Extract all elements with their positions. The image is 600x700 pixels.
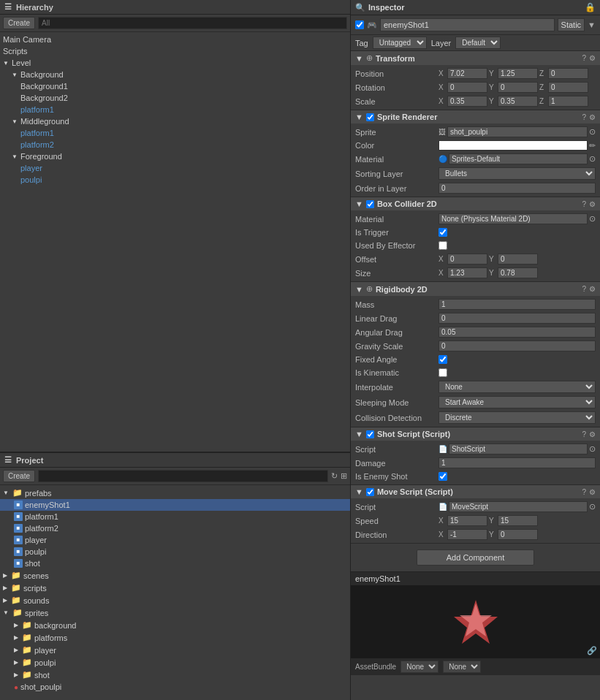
scale-z-field[interactable] [548, 96, 588, 107]
project-create-button[interactable]: Create [3, 470, 35, 482]
project-refresh-icon[interactable]: ↻ [331, 471, 338, 481]
sprite-renderer-header[interactable]: ▼ Sprite Renderer ? ⚙ [351, 110, 600, 123]
move-script-help-icon[interactable]: ? [582, 488, 586, 496]
transform-settings-icon[interactable]: ⚙ [589, 54, 596, 62]
tree-item-background2[interactable]: Background2 [0, 92, 350, 104]
proj-folder-shot[interactable]: ▶📁 shot [0, 669, 350, 681]
position-z-field[interactable] [548, 68, 588, 79]
proj-folder-platforms[interactable]: ▶📁 platforms [0, 631, 350, 644]
collision-detection-dropdown[interactable]: Discrete [438, 411, 596, 424]
color-field[interactable] [438, 140, 588, 151]
proj-item-enemyshot1[interactable]: ■ enemyShot1 [0, 499, 350, 511]
proj-item-poulpi-prefab[interactable]: ■ poulpi [0, 546, 350, 558]
tree-item-background[interactable]: ▼Background [0, 69, 350, 80]
add-component-button[interactable]: Add Component [417, 549, 535, 566]
scale-x-field[interactable] [447, 96, 487, 107]
box-collider-header[interactable]: ▼ Box Collider 2D ? ⚙ [351, 197, 600, 210]
proj-folder-prefabs[interactable]: ▼📁 prefabs [0, 487, 350, 499]
proj-item-player-prefab[interactable]: ■ player [0, 534, 350, 546]
layer-dropdown[interactable]: Default [455, 37, 501, 49]
box-collider-help-icon[interactable]: ? [582, 200, 586, 208]
position-x-field[interactable] [447, 68, 487, 79]
proj-folder-sounds[interactable]: ▶📁 sounds [0, 594, 350, 606]
offset-y-field[interactable] [498, 254, 538, 265]
transform-header[interactable]: ▼ ⊕ Transform ? ⚙ [351, 51, 600, 65]
material-picker-icon[interactable]: ⊙ [589, 154, 596, 164]
tree-item-platform1-bg[interactable]: platform1 [0, 104, 350, 115]
fixed-angle-checkbox[interactable] [438, 355, 447, 364]
shot-script-header[interactable]: ▼ Shot Script (Script) ? ⚙ [351, 427, 600, 441]
proj-item-shot-prefab[interactable]: ■ shot [0, 558, 350, 569]
offset-x-field[interactable] [447, 254, 487, 265]
proj-folder-sprites[interactable]: ▼📁 sprites [0, 606, 350, 619]
sprite-renderer-help-icon[interactable]: ? [582, 113, 586, 121]
position-y-field[interactable] [498, 68, 538, 79]
tree-item-foreground[interactable]: ▼Foreground [0, 151, 350, 162]
sorting-layer-dropdown[interactable]: Bullets [438, 167, 596, 180]
interpolate-dropdown[interactable]: None [438, 381, 596, 393]
static-button[interactable]: Static [558, 18, 585, 31]
is-kinematic-checkbox[interactable] [438, 368, 447, 377]
color-picker-icon[interactable]: ✏ [589, 141, 596, 151]
transform-help-icon[interactable]: ? [582, 54, 586, 62]
tree-item-level[interactable]: ▼Level [0, 57, 350, 69]
rotation-z-field[interactable] [548, 82, 588, 93]
object-name-field[interactable] [380, 18, 555, 31]
proj-item-platform1[interactable]: ■ platform1 [0, 511, 350, 522]
size-x-field[interactable] [447, 267, 487, 278]
project-search-input[interactable] [38, 470, 328, 482]
rotation-y-field[interactable] [498, 82, 538, 93]
angular-drag-field[interactable] [438, 327, 596, 338]
move-script-picker-icon[interactable]: ⊙ [589, 502, 596, 511]
order-in-layer-field[interactable] [438, 183, 596, 194]
box-collider-enabled-checkbox[interactable] [366, 200, 374, 208]
shot-script-enabled-checkbox[interactable] [366, 430, 374, 438]
bc-material-picker-icon[interactable]: ⊙ [589, 214, 596, 224]
proj-folder-player[interactable]: ▶📁 player [0, 644, 350, 656]
tree-item-scripts[interactable]: Scripts [0, 45, 350, 57]
rotation-x-field[interactable] [447, 82, 487, 93]
sprite-picker-icon[interactable]: ⊙ [589, 127, 596, 137]
move-script-enabled-checkbox[interactable] [366, 488, 374, 496]
size-y-field[interactable] [498, 267, 538, 278]
box-collider-settings-icon[interactable]: ⚙ [589, 200, 596, 208]
static-dropdown-icon[interactable]: ▼ [588, 20, 596, 29]
mass-field[interactable] [438, 299, 596, 310]
proj-folder-poulpi[interactable]: ▶📁 poulpi [0, 656, 350, 669]
rigidbody-header[interactable]: ▼ ⊕ Rigidbody 2D ? ⚙ [351, 282, 600, 296]
move-script-header[interactable]: ▼ Move Script (Script) ? ⚙ [351, 485, 600, 498]
direction-x-field[interactable] [447, 529, 487, 540]
inspector-lock-icon[interactable]: 🔒 [585, 2, 596, 12]
preview-corner-icon[interactable]: 🔗 [587, 646, 597, 655]
direction-y-field[interactable] [498, 529, 538, 540]
damage-field[interactable] [438, 457, 596, 468]
hierarchy-create-button[interactable]: Create [3, 17, 35, 29]
move-script-settings-icon[interactable]: ⚙ [589, 488, 596, 496]
gravity-scale-field[interactable] [438, 341, 596, 351]
tag-dropdown[interactable]: Untagged [373, 37, 427, 49]
sprite-renderer-settings-icon[interactable]: ⚙ [589, 113, 596, 121]
proj-folder-scenes[interactable]: ▶📁 scenes [0, 569, 350, 582]
asset-bundle-variant-dropdown[interactable]: None [443, 661, 481, 673]
move-script-script-field[interactable] [449, 501, 588, 512]
asset-bundle-dropdown[interactable]: None [400, 661, 438, 673]
speed-x-field[interactable] [447, 515, 487, 526]
sprite-field[interactable] [447, 126, 588, 137]
rigidbody-help-icon[interactable]: ? [582, 285, 586, 293]
linear-drag-field[interactable] [438, 313, 596, 324]
hierarchy-search-input[interactable] [38, 17, 347, 29]
material-field[interactable] [449, 153, 588, 164]
proj-folder-background[interactable]: ▶📁 background [0, 619, 350, 631]
tree-item-middleground[interactable]: ▼Middleground [0, 115, 350, 127]
tree-item-main-camera[interactable]: Main Camera [0, 34, 350, 45]
sleeping-mode-dropdown[interactable]: Start Awake [438, 396, 596, 408]
proj-item-platform2[interactable]: ■ platform2 [0, 522, 350, 534]
shot-script-help-icon[interactable]: ? [582, 430, 586, 438]
is-enemy-shot-checkbox[interactable] [438, 472, 447, 481]
tree-item-platform2-mid[interactable]: platform2 [0, 139, 350, 151]
speed-y-field[interactable] [498, 515, 538, 526]
scale-y-field[interactable] [498, 96, 538, 107]
tree-item-player[interactable]: player [0, 162, 350, 174]
shot-script-picker-icon[interactable]: ⊙ [589, 444, 596, 454]
proj-folder-scripts[interactable]: ▶📁 scripts [0, 582, 350, 594]
